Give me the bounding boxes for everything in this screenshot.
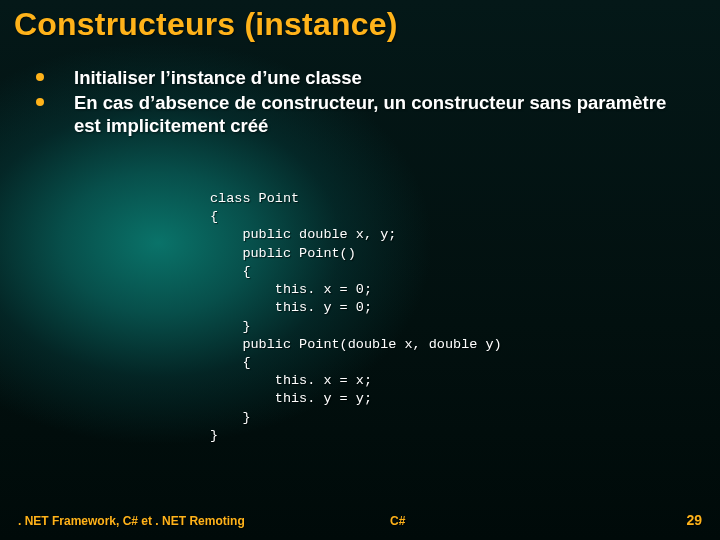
footer: . NET Framework, C# et . NET Remoting C#…	[0, 508, 720, 528]
bullet-list: Initialiser l’instance d’une classe En c…	[36, 66, 690, 139]
footer-left: . NET Framework, C# et . NET Remoting	[18, 514, 245, 528]
slide-title: Constructeurs (instance)	[14, 6, 398, 43]
footer-center: C#	[390, 514, 405, 528]
bullet-icon	[36, 98, 44, 106]
slide: Constructeurs (instance) Initialiser l’i…	[0, 0, 720, 540]
slide-number: 29	[686, 512, 702, 528]
bullet-icon	[36, 73, 44, 81]
list-item: Initialiser l’instance d’une classe	[36, 66, 690, 89]
bullet-text: Initialiser l’instance d’une classe	[74, 66, 362, 89]
code-block: class Point { public double x, y; public…	[210, 190, 502, 445]
bullet-text: En cas d’absence de constructeur, un con…	[74, 91, 690, 137]
list-item: En cas d’absence de constructeur, un con…	[36, 91, 690, 137]
